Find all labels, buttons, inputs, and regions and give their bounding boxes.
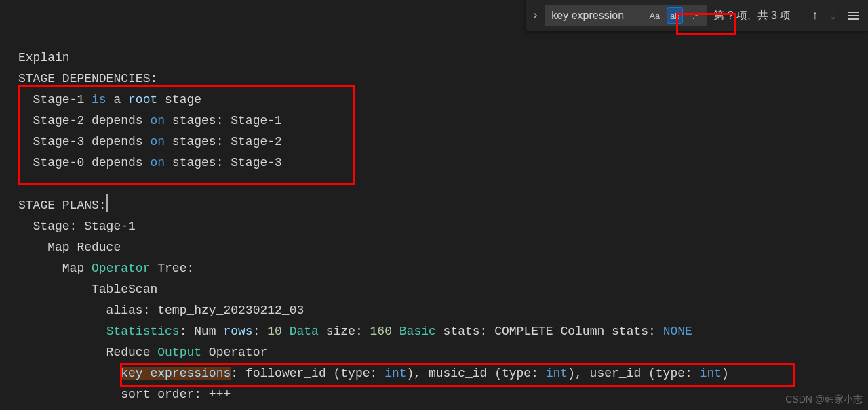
code-line: alias: temp_hzy_20230212_03 xyxy=(18,304,304,317)
code-line: STAGE DEPENDENCIES: xyxy=(18,72,157,85)
find-next-icon[interactable]: ↓ xyxy=(829,9,837,22)
find-menu-icon[interactable] xyxy=(848,12,859,20)
find-actions: ↑ ↓ xyxy=(811,9,859,22)
find-toggle-replace-icon[interactable]: › xyxy=(532,9,539,22)
code-line: TableScan xyxy=(18,283,157,296)
code-line: Stage-2 depends on stages: Stage-1 xyxy=(18,114,282,127)
find-match-index: 第 ? 项, xyxy=(713,9,750,23)
find-input[interactable] xyxy=(551,9,642,22)
code-line: Stage-0 depends on stages: Stage-3 xyxy=(18,156,282,169)
code-line: key expressions: follower_id (type: int)… xyxy=(18,367,729,380)
find-input-container: Aa ab .* xyxy=(545,5,707,26)
code-line: Explain xyxy=(18,51,70,64)
code-line: Map Reduce xyxy=(18,241,121,254)
code-line: Map Operator Tree: xyxy=(18,262,194,275)
code-line: Statistics: Num rows: 10 Data size: 160 … xyxy=(18,325,692,338)
code-editor[interactable]: Explain STAGE DEPENDENCIES: Stage-1 is a… xyxy=(0,0,868,405)
match-whole-word-icon[interactable]: ab xyxy=(667,7,683,24)
match-case-icon[interactable]: Aa xyxy=(646,7,663,24)
code-line: STAGE PLANS: xyxy=(18,199,108,212)
code-line: sort order: +++ xyxy=(18,388,231,401)
find-match-total: 共 3 项 xyxy=(757,9,791,23)
regex-icon[interactable]: .* xyxy=(687,7,703,24)
code-line: Stage: Stage-1 xyxy=(18,220,136,233)
editor-cursor xyxy=(106,194,108,212)
code-line: Stage-1 is a root stage xyxy=(18,93,201,106)
find-prev-icon[interactable]: ↑ xyxy=(811,9,818,22)
code-line: Stage-3 depends on stages: Stage-2 xyxy=(18,135,282,148)
find-bar: › Aa ab .* 第 ? 项, 共 3 项 ↑ ↓ xyxy=(526,0,868,31)
code-line: Reduce Output Operator xyxy=(18,346,267,359)
